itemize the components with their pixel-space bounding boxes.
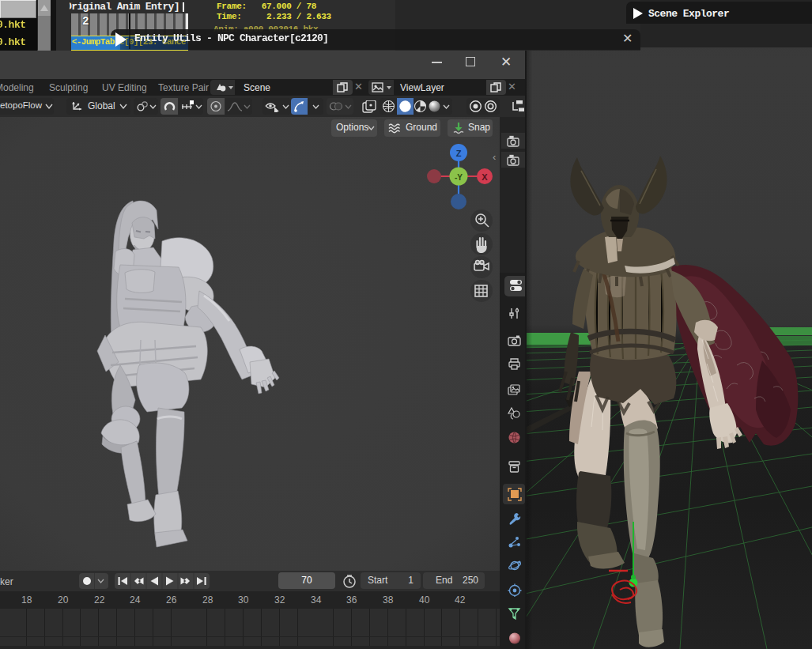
svg-text:X: X [482, 172, 488, 182]
svg-text:Z: Z [456, 149, 462, 158]
svg-text:-Y: -Y [455, 173, 463, 182]
